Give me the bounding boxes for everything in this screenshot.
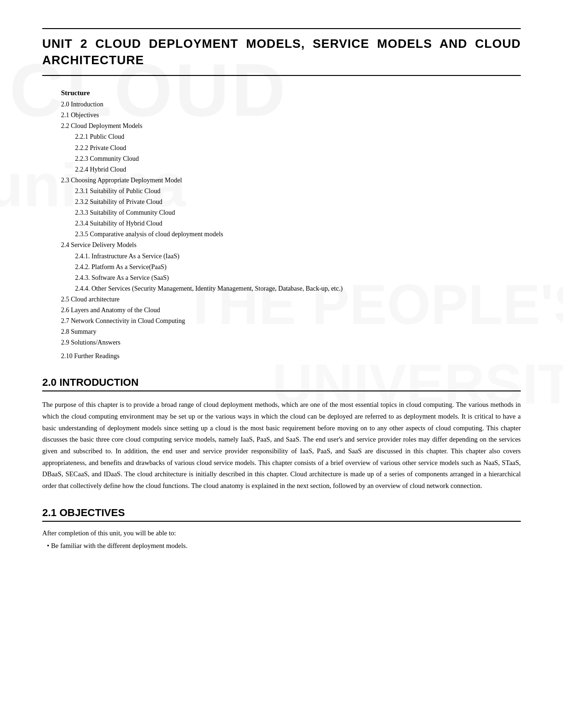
toc-item: 2.3.5 Comparative analysis of cloud depl… — [75, 229, 521, 240]
toc-item: 2.2 Cloud Deployment Models — [61, 120, 521, 131]
toc-item: 2.4.2. Platform As a Service(PaaS) — [75, 262, 521, 272]
objectives-intro: After completion of this unit, you will … — [42, 529, 521, 537]
section-intro-heading: 2.0 INTRODUCTION — [42, 376, 521, 391]
toc-item: 2.2.3 Community Cloud — [75, 153, 521, 164]
toc-item: 2.3.3 Suitability of Community Cloud — [75, 207, 521, 218]
toc-item: 2.3.2 Suitability of Private Cloud — [75, 196, 521, 207]
toc-item: 2.8 Summary — [61, 326, 521, 337]
toc-item: 2.4 Service Delivery Models — [61, 240, 521, 250]
structure-block: Structure 2.0 Introduction2.1 Objectives… — [61, 89, 521, 361]
structure-heading: Structure — [61, 89, 521, 97]
bullets-container: • Be familiar with the different deploym… — [42, 542, 521, 550]
toc-item: 2.0 Introduction — [61, 99, 521, 110]
toc-item: 2.3 Choosing Appropriate Deployment Mode… — [61, 175, 521, 186]
toc-item: 2.4.3. Software As a Service (SaaS) — [75, 272, 521, 283]
toc-item: 2.2.4 Hybrid Cloud — [75, 164, 521, 175]
unit-title: UNIT 2 CLOUD DEPLOYMENT MODELS, SERVICE … — [42, 36, 521, 68]
toc-item: 2.5 Cloud architecture — [61, 294, 521, 305]
toc-item: 2.2.2 Private Cloud — [75, 143, 521, 153]
toc-item: 2.4.1. Infrastructure As a Service (IaaS… — [75, 251, 521, 262]
section-objectives-heading: 2.1 OBJECTIVES — [42, 507, 521, 522]
toc-item: 2.9 Solutions/Answers — [61, 337, 521, 348]
toc-item: 2.6 Layers and Anatomy of the Cloud — [61, 305, 521, 315]
section-objectives-title: 2.1 OBJECTIVES — [42, 507, 125, 518]
toc-item: 2.10 Further Readings — [61, 351, 521, 361]
toc-item: 2.3.1 Suitability of Public Cloud — [75, 186, 521, 196]
unit-title-block: UNIT 2 CLOUD DEPLOYMENT MODELS, SERVICE … — [42, 28, 521, 76]
bullet-item: • Be familiar with the different deploym… — [47, 542, 521, 550]
toc-item: 2.3.4 Suitability of Hybrid Cloud — [75, 218, 521, 229]
toc-item: 2.2.1 Public Cloud — [75, 131, 521, 142]
section-intro-body: The purpose of this chapter is to provid… — [42, 399, 521, 491]
toc-item: 2.4.4. Other Services (Security Manageme… — [75, 283, 521, 294]
toc-item: 2.7 Network Connectivity in Cloud Comput… — [61, 315, 521, 326]
toc-container: 2.0 Introduction2.1 Objectives2.2 Cloud … — [61, 99, 521, 361]
section-intro-title: 2.0 INTRODUCTION — [42, 376, 138, 388]
page-container: UNIT 2 CLOUD DEPLOYMENT MODELS, SERVICE … — [0, 0, 563, 581]
toc-item: 2.1 Objectives — [61, 110, 521, 120]
